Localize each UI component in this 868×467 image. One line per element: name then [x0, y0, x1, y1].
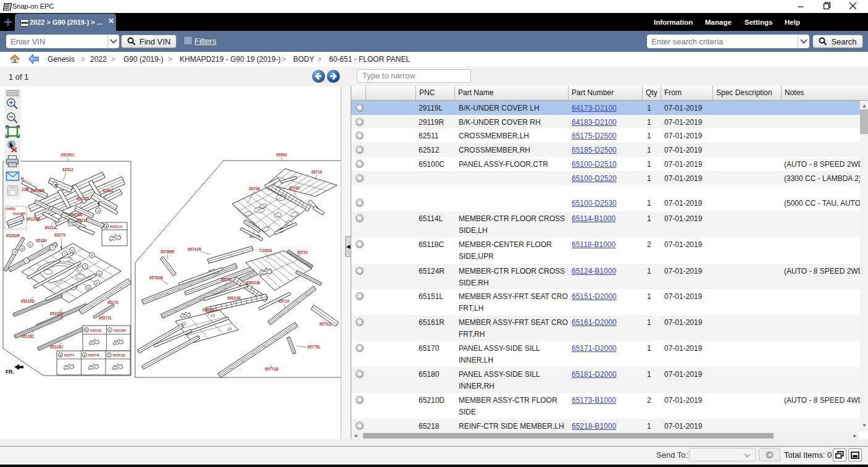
svg-text:65282R: 65282R	[6, 233, 20, 238]
svg-text:b: b	[85, 328, 87, 332]
svg-text:d: d	[87, 286, 89, 290]
svg-text:65248R: 65248R	[13, 212, 26, 216]
svg-text:e: e	[96, 281, 98, 285]
svg-text:62512: 62512	[62, 167, 73, 172]
svg-text:(4WD): (4WD)	[6, 207, 15, 211]
svg-text:e: e	[83, 353, 85, 357]
svg-text:65210D: 65210D	[50, 311, 64, 316]
svg-text:65775L: 65775L	[307, 345, 321, 349]
svg-text:65610E: 65610E	[227, 296, 241, 300]
svg-text:65760: 65760	[289, 186, 300, 190]
svg-text:22B: 22B	[22, 187, 29, 191]
svg-text:65210D: 65210D	[21, 299, 35, 303]
svg-text:65100C: 65100C	[61, 153, 75, 157]
svg-text:65170: 65170	[107, 300, 119, 305]
svg-text:65781B: 65781B	[149, 276, 164, 280]
svg-text:65272L: 65272L	[99, 316, 112, 320]
svg-text:65615C: 65615C	[202, 308, 217, 312]
svg-text:29119L: 29119L	[90, 329, 102, 332]
svg-text:e: e	[71, 248, 73, 252]
svg-text:65785R: 65785R	[161, 250, 175, 254]
svg-text:R: R	[21, 177, 24, 181]
svg-text:i: i	[26, 259, 27, 263]
svg-text:e: e	[29, 243, 31, 246]
svg-text:b: b	[91, 253, 93, 257]
svg-text:65275: 65275	[54, 233, 65, 237]
svg-text:d: d	[59, 353, 61, 357]
svg-text:65180: 65180	[36, 238, 47, 243]
svg-text:FR.: FR.	[6, 369, 14, 375]
svg-text:65251A: 65251A	[110, 225, 123, 229]
svg-text:65741R: 65741R	[188, 247, 202, 251]
svg-text:c: c	[109, 328, 111, 332]
svg-text:d: d	[21, 246, 23, 250]
svg-text:65751: 65751	[297, 250, 308, 255]
svg-text:65118C: 65118C	[50, 345, 64, 349]
svg-text:29119R: 29119R	[114, 329, 127, 332]
svg-text:65631B: 65631B	[246, 280, 261, 285]
svg-text:65151L: 65151L	[77, 196, 90, 201]
svg-text:65771B: 65771B	[265, 367, 279, 371]
svg-text:65274L: 65274L	[88, 353, 101, 357]
svg-text:65731L: 65731L	[319, 322, 333, 326]
svg-text:65718: 65718	[311, 170, 322, 174]
svg-text:65274: 65274	[64, 353, 75, 357]
svg-text:65708: 65708	[249, 187, 260, 191]
svg-text:65500: 65500	[276, 153, 287, 157]
svg-text:d: d	[14, 250, 15, 254]
svg-text:65238L: 65238L	[70, 212, 83, 217]
svg-text:65720: 65720	[221, 277, 232, 282]
svg-text:62511: 62511	[102, 188, 114, 193]
svg-text:71160A: 71160A	[259, 248, 272, 253]
svg-text:65251B: 65251B	[113, 353, 125, 357]
svg-text:65118C: 65118C	[21, 334, 35, 339]
svg-text:g: g	[98, 272, 100, 276]
